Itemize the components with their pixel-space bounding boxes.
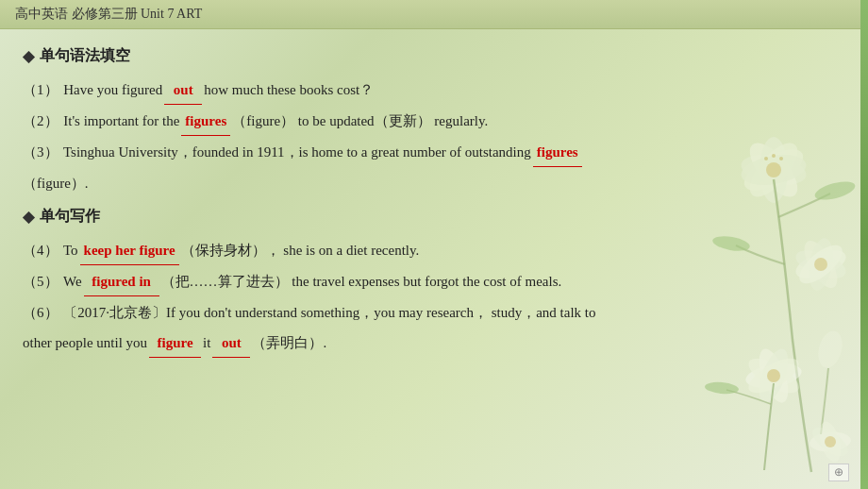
ex6-text2: other people until you xyxy=(23,329,147,357)
ex6-text4: （弄明白）. xyxy=(252,329,326,357)
main-content: 单句语法填空 （1） Have you figured out how much… xyxy=(0,29,717,369)
svg-point-8 xyxy=(779,157,783,160)
exercise-5: （5） We figured in （把……算了进去） the travel e… xyxy=(23,267,694,296)
exercise-2: （2） It's important for the figures （figu… xyxy=(23,107,694,136)
svg-point-6 xyxy=(766,162,781,177)
exercise-3-line1: （3） Tsinghua University，founded in 1911，… xyxy=(23,138,694,167)
ex3-num: （3） xyxy=(23,138,58,166)
svg-point-24 xyxy=(767,369,780,382)
svg-point-15 xyxy=(814,258,827,271)
section2-label: 单句写作 xyxy=(40,207,100,227)
ex2-answer: figures xyxy=(181,107,230,136)
ex1-answer: out xyxy=(164,76,202,105)
ex4-answer: keep her figure xyxy=(80,236,179,265)
ex6-answer1: figure xyxy=(149,329,201,358)
ex6-text3: it xyxy=(203,329,210,357)
ex2-text1: It's important for the xyxy=(60,107,180,135)
ex3-cont: （figure）. xyxy=(23,176,89,191)
ex4-text1: To xyxy=(60,236,78,264)
ex1-num: （1） xyxy=(23,76,58,104)
section2-header: 单句写作 xyxy=(23,207,694,227)
ex6-text1: 〔2017·北京卷〕If you don't understand someth… xyxy=(60,298,596,327)
ex1-text1: Have you figured xyxy=(60,76,163,104)
ex3-answer: figures xyxy=(533,138,582,167)
ex3-text1: Tsinghua University，founded in 1911，is h… xyxy=(60,138,531,166)
exercise-6-line1: （6） 〔2017·北京卷〕If you don't understand so… xyxy=(23,298,694,327)
ex5-text2: （把……算了进去） the travel expenses but forgot… xyxy=(161,267,562,295)
ex2-num: （2） xyxy=(23,107,58,135)
section1-label: 单句语法填空 xyxy=(40,46,130,66)
ex5-num: （5） xyxy=(23,267,58,295)
section1-header: 单句语法填空 xyxy=(23,46,694,66)
ex4-text2: （保持身材）， she is on a diet recently. xyxy=(181,236,420,264)
ex5-text1: We xyxy=(60,267,82,295)
right-border-stripe xyxy=(860,0,868,489)
header-bar: 高中英语 必修第三册 Unit 7 ART xyxy=(0,0,868,29)
svg-point-9 xyxy=(772,154,776,158)
exercise-3-continuation: （figure）. xyxy=(23,169,694,197)
page-number: ⊕ xyxy=(828,464,849,481)
svg-point-29 xyxy=(825,436,836,447)
exercise-1: （1） Have you figured out how much these … xyxy=(23,76,694,105)
ex5-answer: figured in xyxy=(84,267,159,296)
ex6-answer2: out xyxy=(212,329,250,358)
ex4-num: （4） xyxy=(23,236,58,264)
exercise-4: （4） To keep her figure （保持身材）， she is on… xyxy=(23,236,694,265)
svg-point-25 xyxy=(705,380,740,395)
ex1-text2: how much these books cost？ xyxy=(204,76,374,104)
ex2-text2: （figure） to be updated（更新） regularly. xyxy=(232,107,488,135)
svg-point-7 xyxy=(764,157,768,160)
header-title: 高中英语 必修第三册 Unit 7 ART xyxy=(15,6,202,23)
exercise-6-line2: other people until you figure it out （弄明… xyxy=(23,329,694,358)
ex6-num: （6） xyxy=(23,298,58,327)
